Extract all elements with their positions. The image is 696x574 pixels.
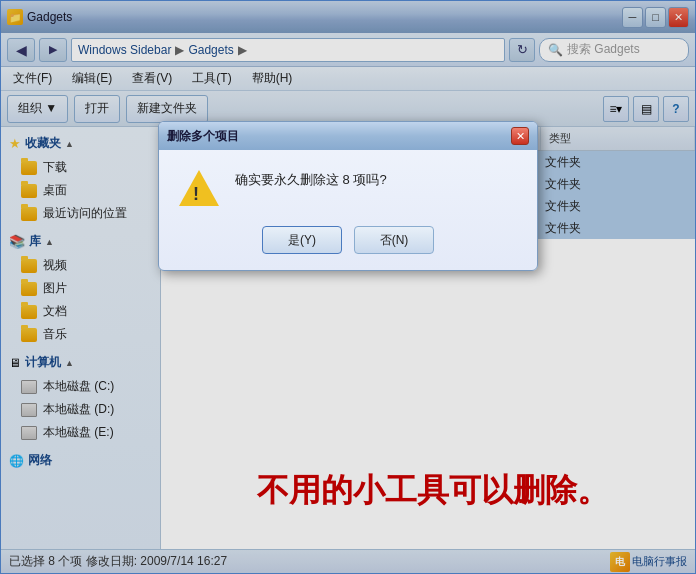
dialog-buttons: 是(Y) 否(N)	[179, 226, 517, 254]
dialog-close-button[interactable]: ✕	[511, 127, 529, 145]
dialog-yes-button[interactable]: 是(Y)	[262, 226, 342, 254]
warning-triangle	[179, 170, 219, 206]
dialog-body: 确实要永久删除这 8 项吗? 是(Y) 否(N)	[159, 150, 537, 270]
dialog-content: 确实要永久删除这 8 项吗?	[179, 170, 517, 210]
warning-icon	[179, 170, 219, 210]
delete-dialog: 删除多个项目 ✕ 确实要永久删除这 8 项吗? 是(Y) 否(N)	[158, 121, 538, 271]
dialog-title-bar: 删除多个项目 ✕	[159, 122, 537, 150]
explorer-window: 📁 Gadgets ─ □ ✕ ◀ ▶ Windows Sidebar ▶ Ga…	[0, 0, 696, 574]
dialog-overlay: 删除多个项目 ✕ 确实要永久删除这 8 项吗? 是(Y) 否(N)	[1, 1, 695, 573]
dialog-message: 确实要永久删除这 8 项吗?	[235, 170, 387, 190]
dialog-title: 删除多个项目	[167, 128, 505, 145]
dialog-no-button[interactable]: 否(N)	[354, 226, 434, 254]
